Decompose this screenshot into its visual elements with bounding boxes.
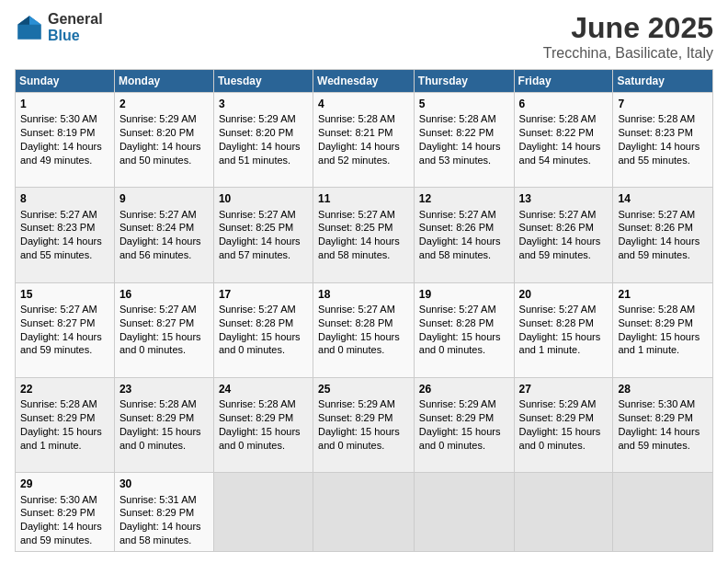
sunrise-text: Sunrise: 5:28 AM (618, 304, 695, 315)
day-number: 14 (618, 191, 708, 206)
calendar-header-row: Sunday Monday Tuesday Wednesday Thursday… (16, 70, 713, 93)
sunset-text: Sunset: 8:29 PM (419, 412, 494, 423)
daylight-text: Daylight: 14 hours and 54 minutes. (519, 141, 601, 166)
day-number: 30 (119, 477, 209, 491)
daylight-text: Daylight: 15 hours and 0 minutes. (119, 426, 201, 451)
day-number: 20 (519, 287, 609, 302)
calendar-cell: 3Sunrise: 5:29 AMSunset: 8:20 PMDaylight… (213, 93, 313, 188)
sunrise-text: Sunrise: 5:28 AM (20, 398, 97, 409)
sunrise-text: Sunrise: 5:27 AM (318, 304, 395, 315)
col-thursday: Thursday (414, 70, 514, 93)
daylight-text: Daylight: 14 hours and 58 minutes. (119, 521, 201, 546)
daylight-text: Daylight: 14 hours and 59 minutes. (618, 236, 700, 260)
sunset-text: Sunset: 8:20 PM (119, 127, 194, 138)
daylight-text: Daylight: 15 hours and 0 minutes. (519, 426, 601, 451)
day-number: 12 (419, 191, 509, 206)
sunrise-text: Sunrise: 5:27 AM (219, 304, 296, 315)
sunset-text: Sunset: 8:29 PM (20, 507, 95, 518)
sunset-text: Sunset: 8:27 PM (20, 317, 95, 328)
sunrise-text: Sunrise: 5:27 AM (20, 304, 97, 315)
daylight-text: Daylight: 15 hours and 0 minutes. (219, 331, 301, 356)
sunrise-text: Sunrise: 5:29 AM (318, 398, 395, 409)
sunrise-text: Sunrise: 5:27 AM (20, 209, 97, 220)
sunset-text: Sunset: 8:25 PM (219, 222, 293, 233)
day-number: 29 (20, 477, 109, 491)
col-friday: Friday (514, 70, 613, 93)
calendar-cell: 16Sunrise: 5:27 AMSunset: 8:27 PMDayligh… (114, 282, 213, 377)
calendar-cell (213, 473, 313, 552)
col-tuesday: Tuesday (213, 70, 313, 93)
day-number: 4 (318, 97, 409, 111)
calendar-cell: 19Sunrise: 5:27 AMSunset: 8:28 PMDayligh… (414, 282, 514, 377)
svg-marker-2 (17, 16, 29, 25)
daylight-text: Daylight: 14 hours and 58 minutes. (318, 236, 400, 260)
calendar-table: Sunday Monday Tuesday Wednesday Thursday… (15, 69, 713, 552)
sunrise-text: Sunrise: 5:28 AM (519, 113, 597, 124)
calendar-cell: 7Sunrise: 5:28 AMSunset: 8:23 PMDaylight… (613, 93, 713, 188)
calendar-cell: 18Sunrise: 5:27 AMSunset: 8:28 PMDayligh… (313, 282, 415, 377)
day-number: 5 (419, 97, 509, 111)
sunrise-text: Sunrise: 5:31 AM (119, 494, 197, 505)
daylight-text: Daylight: 14 hours and 51 minutes. (219, 141, 301, 166)
daylight-text: Daylight: 14 hours and 50 minutes. (119, 141, 201, 166)
daylight-text: Daylight: 15 hours and 1 minute. (618, 331, 700, 356)
day-number: 1 (20, 97, 109, 111)
daylight-text: Daylight: 14 hours and 59 minutes. (618, 426, 700, 451)
daylight-text: Daylight: 15 hours and 1 minute. (519, 331, 601, 356)
calendar-cell: 13Sunrise: 5:27 AMSunset: 8:26 PMDayligh… (514, 188, 613, 282)
sunset-text: Sunset: 8:29 PM (119, 412, 194, 423)
day-number: 22 (20, 382, 109, 396)
daylight-text: Daylight: 15 hours and 1 minute. (20, 426, 102, 451)
day-number: 10 (219, 191, 308, 206)
calendar-cell: 11Sunrise: 5:27 AMSunset: 8:25 PMDayligh… (313, 188, 415, 282)
sunset-text: Sunset: 8:26 PM (519, 222, 594, 233)
sunset-text: Sunset: 8:29 PM (219, 412, 293, 423)
sunset-text: Sunset: 8:19 PM (20, 127, 95, 138)
day-number: 3 (219, 97, 308, 111)
col-sunday: Sunday (16, 70, 115, 93)
sunset-text: Sunset: 8:26 PM (419, 222, 494, 233)
daylight-text: Daylight: 15 hours and 0 minutes. (318, 426, 400, 451)
calendar-cell: 25Sunrise: 5:29 AMSunset: 8:29 PMDayligh… (313, 378, 415, 473)
sunrise-text: Sunrise: 5:27 AM (318, 209, 395, 220)
sunset-text: Sunset: 8:22 PM (419, 127, 494, 138)
sunrise-text: Sunrise: 5:29 AM (219, 113, 296, 124)
calendar-cell: 21Sunrise: 5:28 AMSunset: 8:29 PMDayligh… (613, 282, 713, 377)
calendar-cell (313, 473, 415, 552)
calendar-cell: 12Sunrise: 5:27 AMSunset: 8:26 PMDayligh… (414, 188, 514, 282)
col-saturday: Saturday (613, 70, 713, 93)
sunset-text: Sunset: 8:25 PM (318, 222, 392, 233)
logo: General Blue (15, 11, 103, 43)
daylight-text: Daylight: 14 hours and 52 minutes. (318, 141, 400, 166)
sunset-text: Sunset: 8:28 PM (318, 317, 392, 328)
logo-blue: Blue (48, 28, 103, 44)
daylight-text: Daylight: 15 hours and 0 minutes. (219, 426, 301, 451)
logo-general: General (48, 11, 103, 28)
day-number: 18 (318, 287, 409, 302)
sunrise-text: Sunrise: 5:27 AM (219, 209, 296, 220)
sunset-text: Sunset: 8:28 PM (519, 317, 594, 328)
day-number: 11 (318, 191, 409, 206)
col-wednesday: Wednesday (313, 70, 415, 93)
sunset-text: Sunset: 8:29 PM (618, 317, 692, 328)
daylight-text: Daylight: 15 hours and 0 minutes. (318, 331, 400, 356)
calendar-cell: 22Sunrise: 5:28 AMSunset: 8:29 PMDayligh… (16, 378, 115, 473)
calendar-cell: 4Sunrise: 5:28 AMSunset: 8:21 PMDaylight… (313, 93, 415, 188)
sunrise-text: Sunrise: 5:30 AM (20, 113, 97, 124)
calendar-cell: 5Sunrise: 5:28 AMSunset: 8:22 PMDaylight… (414, 93, 514, 188)
day-number: 28 (618, 382, 708, 396)
daylight-text: Daylight: 14 hours and 49 minutes. (20, 141, 102, 166)
calendar-cell (414, 473, 514, 552)
sunrise-text: Sunrise: 5:29 AM (419, 398, 496, 409)
calendar-cell: 27Sunrise: 5:29 AMSunset: 8:29 PMDayligh… (514, 378, 613, 473)
calendar-cell (613, 473, 713, 552)
calendar-cell: 2Sunrise: 5:29 AMSunset: 8:20 PMDaylight… (114, 93, 213, 188)
page: General Blue June 2025 Trecchina, Basili… (0, 0, 728, 563)
sunrise-text: Sunrise: 5:27 AM (119, 209, 197, 220)
sunrise-text: Sunrise: 5:27 AM (618, 209, 695, 220)
day-number: 26 (419, 382, 509, 396)
sunrise-text: Sunrise: 5:29 AM (519, 398, 597, 409)
daylight-text: Daylight: 14 hours and 53 minutes. (419, 141, 501, 166)
daylight-text: Daylight: 15 hours and 0 minutes. (119, 331, 201, 356)
sunset-text: Sunset: 8:20 PM (219, 127, 293, 138)
